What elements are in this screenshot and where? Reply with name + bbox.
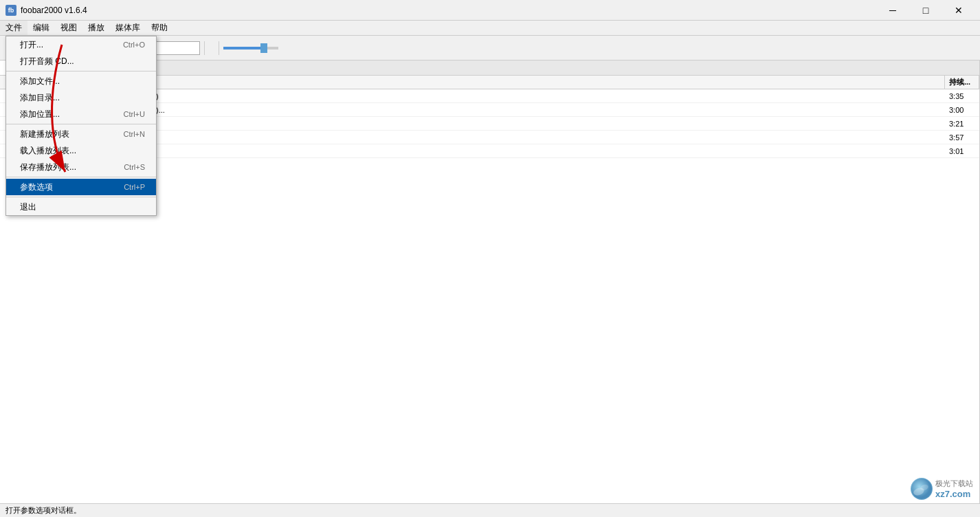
menu-item-open-label: 打开... <box>20 39 43 51</box>
track-title: DDU-DU DDU-DU(Korean Ver.)... <box>48 103 945 116</box>
menu-item-add-location[interactable]: 添加位置... Ctrl+U <box>6 106 156 122</box>
title-bar-left: fb foobar2000 v1.6.4 <box>5 5 87 16</box>
status-bar: 打开参数选项对话框。 <box>0 503 980 517</box>
watermark-text: 极光下载站 xz7.com <box>935 478 973 499</box>
menu-item-exit[interactable]: 退出 <box>6 199 156 215</box>
menu-item-open-cd[interactable]: 打开音频 CD... <box>6 53 156 69</box>
track-title: How You Like That <box>48 144 945 157</box>
minimize-button[interactable]: ─ <box>877 0 909 21</box>
menu-playback[interactable]: 播放 <box>82 21 110 35</box>
menu-item-preferences-shortcut: Ctrl+P <box>124 183 145 191</box>
dropdown-sep2 <box>6 124 156 124</box>
volume-thumb[interactable] <box>260 43 267 53</box>
menu-item-open-shortcut: Ctrl+O <box>123 41 145 49</box>
menu-item-add-location-shortcut: Ctrl+U <box>124 110 145 118</box>
maximize-button[interactable]: □ <box>910 0 942 21</box>
menu-item-add-folder-label: 添加目录... <box>20 92 60 104</box>
menu-library[interactable]: 媒体库 <box>110 21 146 35</box>
track-title: DDU-DU DDU-DU(Korean Ver.) <box>48 89 945 102</box>
toolbar-sep2 <box>204 41 205 55</box>
header-duration: 持续... <box>945 76 979 89</box>
watermark: 极光下载站 xz7.com <box>911 478 973 500</box>
menu-item-add-files[interactable]: 添加文件... <box>6 73 156 89</box>
track-duration: 3:21 <box>945 117 979 130</box>
menu-help[interactable]: 帮助 <box>146 21 173 35</box>
menu-view[interactable]: 视图 <box>55 21 82 35</box>
menu-item-open[interactable]: 打开... Ctrl+O <box>6 36 156 53</box>
menu-item-new-playlist-shortcut: Ctrl+N <box>124 130 145 138</box>
menu-bar: 文件 编辑 视图 播放 媒体库 帮助 <box>0 21 980 36</box>
app-icon: fb <box>5 5 16 16</box>
menu-item-open-cd-label: 打开音频 CD... <box>20 56 74 67</box>
menu-item-load-playlist-label: 载入播放列表... <box>20 145 76 157</box>
app-title: foobar2000 v1.6.4 <box>21 6 87 15</box>
track-duration: 3:01 <box>945 144 979 157</box>
status-text: 打开参数选项对话框。 <box>5 505 81 516</box>
menu-file[interactable]: 文件 <box>0 21 27 35</box>
menu-item-new-playlist-label: 新建播放列表 <box>20 129 69 140</box>
menu-item-save-playlist[interactable]: 保存播放列表... Ctrl+S <box>6 159 156 175</box>
menu-item-preferences[interactable]: 参数选项 Ctrl+P <box>6 179 156 195</box>
track-title: Don't Know What To Do <box>48 117 945 130</box>
dropdown-sep3 <box>6 177 156 177</box>
watermark-logo <box>911 478 933 500</box>
menu-item-add-location-label: 添加位置... <box>20 109 60 120</box>
watermark-site: xz7.com <box>935 489 973 499</box>
file-dropdown-menu: 打开... Ctrl+O 打开音频 CD... 添加文件... 添加目录... … <box>5 36 157 216</box>
seek-area <box>209 47 214 50</box>
track-duration: 3:00 <box>945 103 979 116</box>
menu-item-save-playlist-label: 保存播放列表... <box>20 162 76 173</box>
menu-edit[interactable]: 编辑 <box>27 21 55 35</box>
track-title: Forever Young <box>48 131 945 144</box>
dropdown-sep4 <box>6 197 156 197</box>
track-duration: 3:57 <box>945 131 979 144</box>
menu-item-save-playlist-shortcut: Ctrl+S <box>124 163 145 171</box>
dropdown-sep1 <box>6 71 156 72</box>
menu-item-preferences-label: 参数选项 <box>20 182 53 193</box>
menu-item-exit-label: 退出 <box>20 201 36 213</box>
header-title: 标题 / 音轨艺术家 <box>48 76 945 89</box>
menu-item-add-files-label: 添加文件... <box>20 76 60 87</box>
close-button[interactable]: ✕ <box>943 0 975 21</box>
title-bar: fb foobar2000 v1.6.4 ─ □ ✕ <box>0 0 980 21</box>
menu-item-add-folder[interactable]: 添加目录... <box>6 89 156 106</box>
volume-slider[interactable] <box>223 47 278 50</box>
toolbar-sep3 <box>219 41 219 55</box>
menu-item-load-playlist[interactable]: 载入播放列表... <box>6 142 156 159</box>
menu-item-new-playlist[interactable]: 新建播放列表 Ctrl+N <box>6 126 156 142</box>
track-duration: 3:35 <box>945 89 979 102</box>
volume-fill <box>223 47 262 50</box>
watermark-label: 极光下载站 <box>935 478 973 489</box>
title-bar-controls: ─ □ ✕ <box>877 0 975 21</box>
